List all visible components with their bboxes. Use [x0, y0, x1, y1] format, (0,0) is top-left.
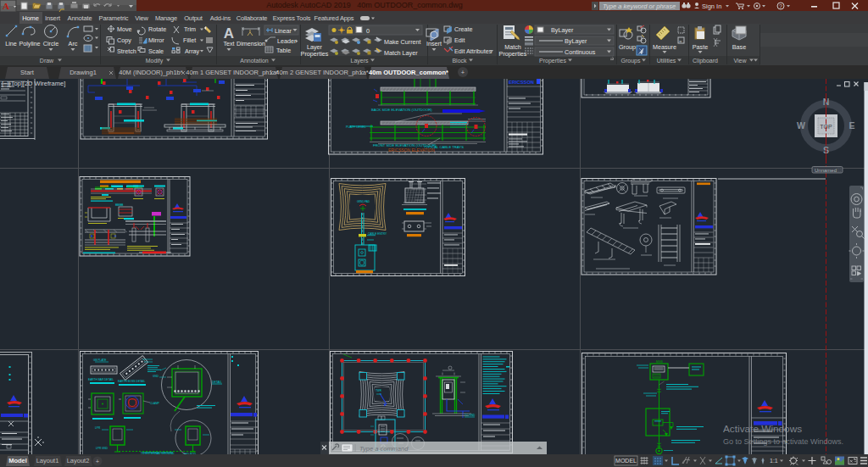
svg-text:Type a command: Type a command [359, 445, 409, 453]
svg-text:Featured Apps: Featured Apps [314, 14, 354, 22]
svg-text:Continuous: Continuous [565, 48, 596, 56]
svg-text:ByLayer: ByLayer [565, 37, 587, 45]
svg-text:Properties: Properties [539, 58, 566, 64]
svg-text:DETAIL: DETAIL [212, 381, 222, 384]
svg-text:CABLE ENTRY: CABLE ENTRY [368, 232, 387, 236]
svg-text:Polyline: Polyline [19, 40, 40, 47]
svg-text:Clipboard: Clipboard [693, 58, 718, 64]
svg-text:TO GND: TO GND [465, 414, 476, 417]
svg-text:Text: Text [223, 40, 234, 47]
svg-text:E: E [849, 120, 854, 131]
svg-text:40m 1 GENSET INDOOR_ph1a*: 40m 1 GENSET INDOOR_ph1a* [186, 69, 279, 76]
svg-text:Unnamed: Unnamed [815, 168, 837, 173]
svg-text:BBBB: BBBB [115, 203, 124, 207]
svg-text:Manage: Manage [155, 14, 177, 22]
svg-text:Sign In: Sign In [702, 3, 721, 10]
svg-text:Layers: Layers [350, 58, 369, 64]
svg-text:PLATF. LEVEL: PLATF. LEVEL [346, 125, 366, 129]
svg-text:Activate Windows: Activate Windows [723, 423, 802, 435]
svg-text:Draw: Draw [40, 58, 54, 64]
svg-text:Utilities: Utilities [657, 58, 676, 64]
svg-text:EARTH BAR DETAIL: EARTH BAR DETAIL [88, 378, 114, 381]
svg-text:BACK SIDE ELEVATION (OUTDOOR): BACK SIDE ELEVATION (OUTDOOR) [371, 108, 432, 112]
svg-text:Block: Block [452, 58, 467, 64]
svg-text:Fillet: Fillet [183, 36, 196, 44]
svg-text:Array: Array [185, 47, 200, 55]
svg-text:Home: Home [22, 14, 38, 22]
svg-text:Collaborate: Collaborate [236, 14, 268, 22]
svg-text:Mirror: Mirror [148, 36, 164, 44]
svg-text:+: + [96, 458, 100, 465]
svg-text:Type a keyword or phrase: Type a keyword or phrase [603, 3, 676, 10]
svg-text:LPR: LPR [95, 426, 101, 430]
svg-text:Circle: Circle [43, 40, 58, 47]
svg-text:LPR GND: LPR GND [96, 447, 108, 450]
svg-text:Layout1: Layout1 [36, 457, 59, 464]
svg-text:Annotation: Annotation [240, 58, 269, 64]
svg-text:Table: Table [276, 47, 291, 54]
svg-text:Start: Start [20, 69, 35, 76]
svg-text:MGB: MGB [656, 360, 663, 364]
svg-text:MODEL: MODEL [615, 458, 637, 464]
svg-text:Drawing1: Drawing1 [70, 69, 97, 76]
svg-text:Add-ins: Add-ins [210, 14, 231, 22]
svg-text:Create: Create [454, 25, 473, 33]
svg-text:Insert: Insert [45, 14, 61, 22]
svg-text:Trim: Trim [184, 25, 196, 33]
svg-text:40M (INDOOR)_ph1b*: 40M (INDOOR)_ph1b* [119, 69, 183, 76]
svg-text:Copy: Copy [117, 36, 131, 44]
svg-text:GRND PAD: GRND PAD [357, 200, 370, 203]
svg-text:ERICSSON ELEVATION: ERICSSON ELEVATION [388, 147, 435, 153]
svg-text:EARTH BOSS DETAIL: EARTH BOSS DETAIL [118, 380, 146, 383]
svg-text:ERICSSON: ERICSSON [509, 80, 534, 85]
svg-text:Go to Settings to activate Win: Go to Settings to activate Windows. [723, 437, 843, 446]
svg-text:Match Layer: Match Layer [384, 49, 418, 57]
svg-text:CLAMP: CLAMP [150, 402, 159, 405]
svg-text:Layout2: Layout2 [67, 457, 90, 464]
svg-text:Parametric: Parametric [99, 14, 129, 22]
svg-text:Line: Line [5, 40, 17, 47]
svg-text:View: View [135, 14, 148, 22]
svg-text:Model: Model [8, 457, 27, 464]
svg-text:W: W [797, 120, 805, 131]
svg-text:Properties: Properties [301, 50, 329, 58]
svg-text:Edit Attributes: Edit Attributes [454, 47, 492, 55]
svg-text:40m 2 GENSET INDOOR_ph1a*: 40m 2 GENSET INDOOR_ph1a* [275, 69, 369, 76]
svg-text:Arc: Arc [69, 40, 78, 47]
svg-text:GND: GND [153, 375, 159, 378]
svg-text:?: ? [779, 3, 782, 9]
svg-text:Base: Base [732, 43, 746, 51]
svg-text:Express Tools: Express Tools [273, 14, 311, 22]
svg-text:Edit: Edit [454, 36, 465, 44]
svg-text:Autodesk AutoCAD 2019 40m OU: Autodesk AutoCAD 2019 40m OUTDOOR_common… [266, 1, 463, 9]
svg-text:ByLayer: ByLayer [551, 26, 574, 34]
svg-text:Linear: Linear [275, 27, 292, 35]
svg-text:Move: Move [117, 25, 132, 33]
svg-text:View: View [733, 58, 747, 64]
svg-text:Group: Group [619, 43, 636, 51]
svg-text:GB PLATE: GB PLATE [93, 359, 106, 362]
svg-text:Groups: Groups [621, 58, 641, 64]
svg-text:[−][Top][2D Wireframe]: [−][Top][2D Wireframe] [2, 80, 65, 87]
svg-text:Stretch: Stretch [117, 47, 136, 55]
svg-text:=: = [679, 39, 682, 44]
svg-text:TWR: TWR [376, 389, 382, 392]
svg-text:Measure: Measure [653, 43, 676, 51]
svg-text:A: A [3, 1, 9, 11]
svg-text:40m OUTDOOR_common*: 40m OUTDOOR_common* [369, 69, 448, 76]
svg-text:Dimension: Dimension [236, 40, 265, 47]
svg-text:+: + [461, 69, 465, 76]
svg-text:Annotate: Annotate [68, 14, 92, 22]
svg-text:Output: Output [184, 14, 203, 22]
svg-text:Properties: Properties [499, 50, 527, 58]
svg-text:Rotate: Rotate [148, 25, 166, 33]
svg-text:Insert: Insert [426, 40, 442, 47]
svg-text:Paste: Paste [693, 43, 708, 51]
svg-text:Leader: Leader [277, 37, 297, 45]
svg-text:1:1: 1:1 [770, 458, 778, 464]
svg-text:Scale: Scale [148, 47, 164, 55]
svg-text:0: 0 [366, 27, 370, 35]
svg-text:Make Current: Make Current [384, 38, 421, 46]
svg-text:Modify: Modify [146, 58, 164, 64]
